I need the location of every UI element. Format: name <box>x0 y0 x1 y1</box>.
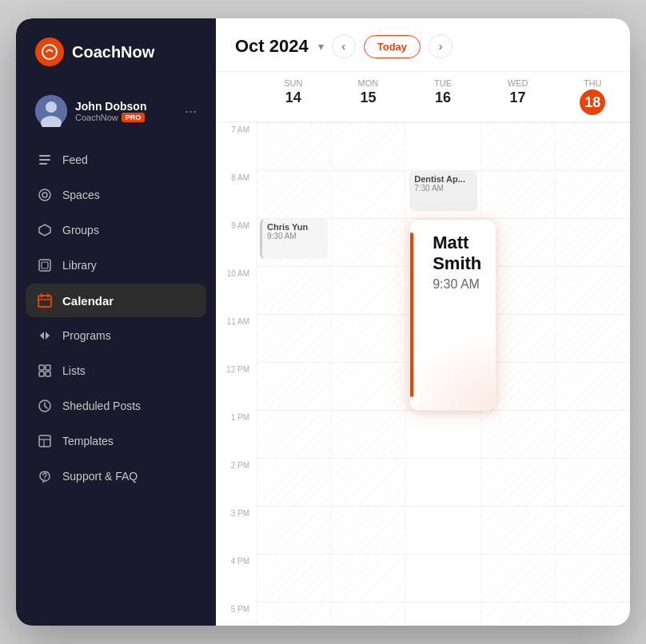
cell-wed-5pm[interactable] <box>481 602 556 626</box>
cell-sun-1pm[interactable] <box>256 410 331 458</box>
cell-mon-8am[interactable] <box>331 170 406 218</box>
sidebar-item-programs[interactable]: Programs <box>26 319 206 352</box>
today-button[interactable]: Today <box>364 35 421 58</box>
event-chris[interactable]: Chris Yun 9:30 AM <box>260 219 328 259</box>
svg-rect-5 <box>39 159 50 161</box>
cell-tue-3pm[interactable] <box>405 506 481 554</box>
user-sub: CoachNow PRO <box>75 113 177 122</box>
svg-point-25 <box>44 479 46 480</box>
cell-tue-1pm[interactable] <box>405 410 481 458</box>
app-container: CoachNow John Dobson CoachNow PRO ··· <box>16 18 630 626</box>
cell-thu-9am[interactable] <box>555 218 630 266</box>
svg-rect-18 <box>46 372 50 376</box>
cell-wed-2pm[interactable] <box>481 458 556 506</box>
cell-mon-12pm[interactable] <box>331 362 406 410</box>
cell-sun-11am[interactable] <box>256 314 331 362</box>
event-glow <box>400 330 496 410</box>
day-header-mon: Mon 15 <box>331 72 406 121</box>
svg-line-21 <box>45 406 47 408</box>
chris-title: Chris Yun <box>267 222 323 232</box>
cell-sun-10am[interactable] <box>256 266 331 314</box>
month-title: Oct 2024 <box>235 36 309 57</box>
cell-mon-2pm[interactable] <box>331 458 406 506</box>
cell-thu-11am[interactable] <box>555 314 630 362</box>
sidebar-item-library[interactable]: Library <box>26 248 206 282</box>
spaces-icon <box>37 187 53 203</box>
svg-rect-22 <box>39 435 50 447</box>
matt-name: Matt Smith <box>433 233 483 274</box>
cell-sun-12pm[interactable] <box>256 362 331 410</box>
user-profile: John Dobson CoachNow PRO ··· <box>16 85 216 137</box>
cell-thu-8am[interactable] <box>555 170 630 218</box>
cell-mon-5pm[interactable] <box>331 602 406 626</box>
day-headers: Sun 14 Mon 15 Tue 16 Wed 17 Thu 18 <box>216 72 630 122</box>
sidebar-item-calendar[interactable]: Calendar <box>26 284 206 317</box>
sidebar-label-support: Support & FAQ <box>62 470 138 483</box>
cell-thu-2pm[interactable] <box>555 458 630 506</box>
cell-thu-3pm[interactable] <box>555 506 630 554</box>
cell-thu-1pm[interactable] <box>555 410 630 458</box>
time-label-1pm: 1 PM <box>216 410 256 458</box>
svg-rect-10 <box>42 262 48 268</box>
sidebar-item-lists[interactable]: Lists <box>26 354 206 388</box>
calendar-icon <box>37 292 53 308</box>
cell-sun-3pm[interactable] <box>256 506 331 554</box>
time-grid: 7 AM 8 AM Dentist Ap... 7:30 AM <box>216 122 630 626</box>
cell-wed-8am[interactable] <box>481 170 556 218</box>
svg-point-8 <box>42 193 47 197</box>
cell-thu-4pm[interactable] <box>555 554 630 602</box>
next-month-button[interactable]: › <box>429 34 453 58</box>
cell-mon-3pm[interactable] <box>331 506 406 554</box>
avatar <box>35 95 67 127</box>
dropdown-arrow[interactable]: ▾ <box>318 40 324 53</box>
feed-icon <box>37 152 53 168</box>
cell-sun-9am[interactable]: Chris Yun 9:30 AM <box>256 218 331 266</box>
nav-items: Feed Spaces Groups <box>16 143 216 606</box>
cell-tue-9am[interactable]: Matt Smith 9:30 AM <box>405 218 481 266</box>
cell-tue-5pm[interactable] <box>405 602 481 626</box>
cell-wed-3pm[interactable] <box>481 506 556 554</box>
cell-sun-5pm[interactable] <box>256 602 331 626</box>
cell-mon-9am[interactable] <box>331 218 406 266</box>
cell-tue-4pm[interactable] <box>405 554 481 602</box>
prev-month-button[interactable]: ‹ <box>332 34 356 58</box>
cell-mon-11am[interactable] <box>331 314 406 362</box>
programs-icon <box>37 328 53 344</box>
dentist-time: 7:30 AM <box>414 184 473 193</box>
sidebar-item-templates[interactable]: Templates <box>26 424 206 458</box>
sidebar-item-support[interactable]: Support & FAQ <box>26 459 206 493</box>
cell-wed-1pm[interactable] <box>481 410 556 458</box>
time-label-7am: 7 AM <box>216 122 256 170</box>
sidebar-item-groups[interactable]: Groups <box>26 213 206 247</box>
cell-tue-8am[interactable]: Dentist Ap... 7:30 AM <box>405 170 481 218</box>
cell-mon-10am[interactable] <box>331 266 406 314</box>
user-menu-dots[interactable]: ··· <box>185 103 197 120</box>
cell-wed-4pm[interactable] <box>481 554 556 602</box>
cell-sun-8am[interactable] <box>256 170 331 218</box>
cell-mon-1pm[interactable] <box>331 410 406 458</box>
cell-wed-7am[interactable] <box>481 122 556 170</box>
cell-sun-4pm[interactable] <box>256 554 331 602</box>
svg-rect-6 <box>39 163 47 165</box>
event-matt[interactable]: Matt Smith 9:30 AM <box>409 219 496 411</box>
cell-sun-2pm[interactable] <box>256 458 331 506</box>
event-dentist[interactable]: Dentist Ap... 7:30 AM <box>409 171 477 211</box>
cell-mon-4pm[interactable] <box>331 554 406 602</box>
support-icon <box>37 468 53 484</box>
svg-rect-15 <box>39 365 44 370</box>
cell-thu-10am[interactable] <box>555 266 630 314</box>
sidebar-item-feed[interactable]: Feed <box>26 143 206 177</box>
user-info: John Dobson CoachNow PRO <box>75 100 177 122</box>
main-content: Oct 2024 ▾ ‹ Today › Sun 14 Mon 15 Tue <box>216 18 630 626</box>
cell-tue-7am[interactable] <box>405 122 481 170</box>
time-label-10am: 10 AM <box>216 266 256 314</box>
cell-sun-7am[interactable] <box>256 122 331 170</box>
cell-mon-7am[interactable] <box>331 122 406 170</box>
svg-rect-11 <box>38 296 51 307</box>
cell-tue-2pm[interactable] <box>405 458 481 506</box>
cell-thu-7am[interactable] <box>555 122 630 170</box>
cell-thu-5pm[interactable] <box>555 602 630 626</box>
sidebar-item-scheduled[interactable]: Sheduled Posts <box>26 389 206 423</box>
cell-thu-12pm[interactable] <box>555 362 630 410</box>
sidebar-item-spaces[interactable]: Spaces <box>26 178 206 212</box>
